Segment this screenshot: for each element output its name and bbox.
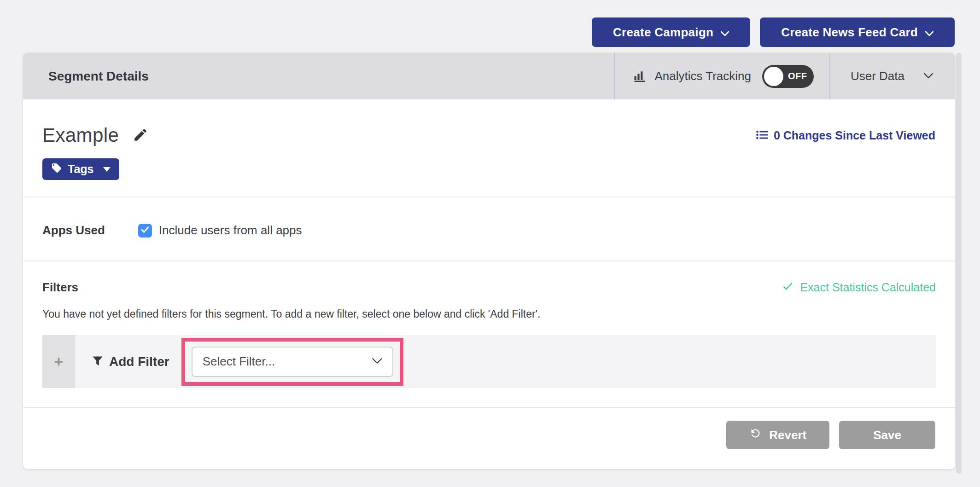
chevron-down-icon — [924, 72, 933, 81]
user-data-dropdown[interactable]: User Data — [829, 53, 955, 99]
header-spacer — [149, 53, 614, 99]
bar-chart-icon — [633, 69, 647, 84]
tags-button[interactable]: Tags — [42, 158, 119, 180]
segment-name: Example — [42, 124, 119, 146]
page-title: Segment Details — [23, 69, 149, 84]
chevron-down-icon — [925, 25, 933, 40]
segment-details-card: Segment Details Analytics Tracking OFF U… — [23, 53, 955, 469]
footer-actions: Revert Save — [23, 408, 955, 469]
scrollbar[interactable] — [956, 53, 962, 474]
filters-description: You have not yet defined filters for thi… — [42, 308, 936, 320]
segment-details-header: Segment Details Analytics Tracking OFF U… — [23, 53, 955, 99]
select-filter-dropdown[interactable]: Select Filter... — [192, 347, 393, 377]
add-filter-button[interactable]: Add Filter — [90, 354, 172, 370]
top-action-bar: Create Campaign Create News Feed Card — [592, 17, 955, 47]
revert-label: Revert — [769, 428, 806, 442]
filters-heading: Filters — [42, 280, 78, 295]
filter-funnel-icon — [93, 354, 103, 369]
analytics-tracking-group: Analytics Tracking OFF — [614, 53, 829, 99]
add-filter-label: Add Filter — [109, 354, 169, 369]
caret-down-icon — [103, 167, 111, 172]
edit-segment-name-button[interactable] — [133, 127, 148, 144]
tag-icon — [51, 162, 62, 176]
toggle-state-label: OFF — [788, 71, 807, 81]
include-all-apps-checkbox[interactable] — [138, 224, 152, 238]
select-filter-placeholder: Select Filter... — [203, 354, 275, 369]
tags-button-label: Tags — [68, 162, 94, 176]
check-icon — [140, 225, 150, 237]
create-campaign-label: Create Campaign — [613, 25, 713, 40]
create-news-feed-card-label: Create News Feed Card — [781, 25, 918, 40]
chevron-down-icon — [721, 25, 729, 40]
save-button[interactable]: Save — [839, 421, 935, 449]
tags-row: Tags — [23, 146, 955, 197]
check-icon — [782, 280, 794, 295]
create-news-feed-card-button[interactable]: Create News Feed Card — [760, 17, 955, 47]
toggle-knob — [764, 67, 783, 86]
filters-header: Filters Exact Statistics Calculated — [42, 280, 936, 295]
analytics-tracking-label: Analytics Tracking — [654, 69, 751, 83]
include-all-apps-label: Include users from all apps — [159, 223, 302, 238]
user-data-label: User Data — [851, 69, 904, 83]
chevron-down-icon — [372, 358, 382, 366]
list-icon — [756, 129, 768, 142]
highlight-annotation: Select Filter... — [181, 338, 403, 386]
changes-since-last-viewed-link[interactable]: 0 Changes Since Last Viewed — [756, 129, 935, 142]
analytics-tracking-toggle[interactable]: OFF — [762, 65, 814, 88]
save-label: Save — [873, 428, 901, 442]
segment-title-row: Example 0 Changes Since Last Viewed — [23, 99, 955, 146]
plus-icon: + — [54, 353, 64, 371]
add-filter-plus-button[interactable]: + — [42, 335, 75, 388]
exact-statistics-label: Exact Statistics Calculated — [800, 281, 936, 294]
revert-icon — [749, 427, 762, 443]
add-filter-row: + Add Filter Select Filter... — [42, 335, 936, 388]
revert-button[interactable]: Revert — [726, 421, 829, 449]
pencil-icon — [133, 127, 148, 144]
create-campaign-button[interactable]: Create Campaign — [592, 17, 750, 47]
apps-used-row: Apps Used Include users from all apps — [23, 197, 955, 261]
filters-section: Filters Exact Statistics Calculated You … — [23, 261, 955, 407]
exact-statistics-status: Exact Statistics Calculated — [782, 280, 936, 295]
apps-used-label: Apps Used — [42, 223, 105, 238]
changes-link-label: 0 Changes Since Last Viewed — [774, 129, 935, 142]
